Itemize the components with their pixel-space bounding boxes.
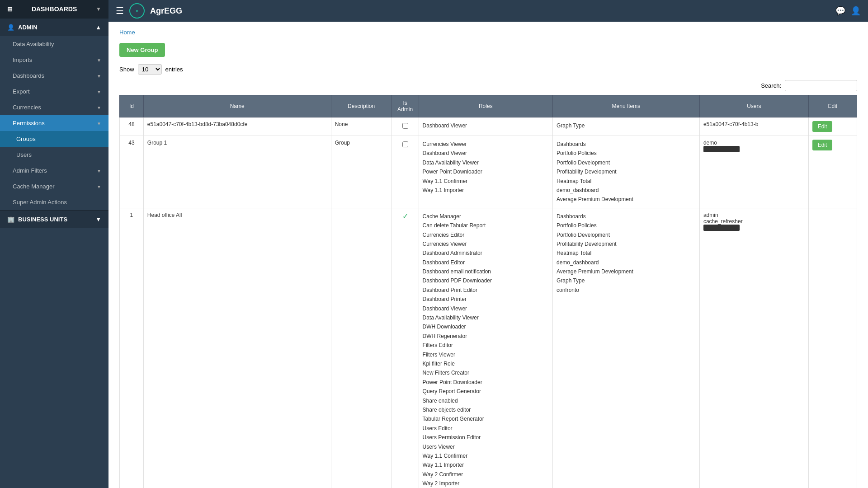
currencies-chevron xyxy=(97,104,101,111)
entries-suffix: entries xyxy=(165,66,183,73)
sidebar-admin-header[interactable]: 👤 ADMIN ▲ xyxy=(0,18,108,36)
dashboards-chevron: ▼ xyxy=(96,6,101,12)
search-label: Search: xyxy=(761,82,781,89)
topbar-icons: 💬 👤 xyxy=(835,6,861,16)
sidebar-item-label: Groups xyxy=(16,136,36,142)
sidebar-item-dashboards[interactable]: Dashboards xyxy=(0,68,108,84)
table-header-row: Id Name Description Is Admin Roles Menu … xyxy=(120,95,857,117)
cell-edit xyxy=(808,208,857,488)
cell-roles: Currencies Viewer Dashboard Viewer Data … xyxy=(419,136,552,208)
export-chevron xyxy=(97,88,101,95)
sidebar-item-label: Admin Filters xyxy=(13,167,47,174)
sidebar-item-users[interactable]: Users xyxy=(0,147,108,163)
cell-users: demo xyxy=(699,136,808,208)
search-bar: Search: xyxy=(119,80,857,91)
cell-id: 43 xyxy=(120,136,144,208)
show-label: Show xyxy=(119,66,134,73)
groups-table: Id Name Description Is Admin Roles Menu … xyxy=(119,95,857,488)
redacted-user xyxy=(703,146,740,152)
cell-name: e51a0047-c70f-4b13-bd8d-73ba048d0cfe xyxy=(143,117,331,136)
col-name: Name xyxy=(143,95,331,117)
sidebar-item-permissions[interactable]: Permissions xyxy=(0,115,108,131)
table-row: 1 Head office All ✓ Cache Manager Can de… xyxy=(120,208,857,488)
cell-is-admin xyxy=(392,117,419,136)
sidebar-item-imports[interactable]: Imports xyxy=(0,52,108,68)
cell-description: None xyxy=(331,117,392,136)
sidebar-item-label: Export xyxy=(13,88,30,95)
sidebar-item-label: Currencies xyxy=(13,104,41,111)
content-area: Home New Group Show 10 25 50 100 entries… xyxy=(108,22,868,488)
cache-manager-chevron xyxy=(97,183,101,190)
cell-edit: Edit xyxy=(808,136,857,208)
dashboards-label: DASHBOARDS xyxy=(32,5,77,13)
cell-roles: Cache Manager Can delete Tabular Report … xyxy=(419,208,552,488)
is-admin-checkbox[interactable] xyxy=(402,123,408,129)
edit-button[interactable]: Edit xyxy=(812,140,833,150)
cell-menu-items: Graph Type xyxy=(552,117,699,136)
entries-select[interactable]: 10 25 50 100 xyxy=(138,64,162,75)
cell-edit: Edit xyxy=(808,117,857,136)
cell-users: admin cache_refresher xyxy=(699,208,808,488)
sidebar-item-currencies[interactable]: Currencies xyxy=(0,99,108,115)
admin-icon: 👤 xyxy=(7,24,14,31)
business-units-chevron: ▼ xyxy=(95,216,101,223)
chat-icon[interactable]: 💬 xyxy=(835,6,845,16)
permissions-chevron xyxy=(97,120,101,127)
cell-menu-items: Dashboards Portfolio Policies Portfolio … xyxy=(552,136,699,208)
admin-label: ADMIN xyxy=(18,24,38,31)
col-description: Description xyxy=(331,95,392,117)
cell-users: e51a0047-c70f-4b13-b xyxy=(699,117,808,136)
breadcrumb[interactable]: Home xyxy=(119,29,857,36)
show-entries-control: Show 10 25 50 100 entries xyxy=(119,64,857,75)
is-admin-checkbox[interactable] xyxy=(402,141,408,147)
sidebar-item-data-availability[interactable]: Data Availability xyxy=(0,36,108,52)
main-area: ☰ ● AgrEGG 💬 👤 Home New Group Show 10 25… xyxy=(108,0,868,488)
app-name: AgrEGG xyxy=(150,6,182,16)
search-input[interactable] xyxy=(785,80,857,91)
sidebar-item-label: Dashboards xyxy=(13,72,44,79)
sidebar-dashboards-header[interactable]: ⊞ DASHBOARDS ▼ xyxy=(0,0,108,18)
sidebar-item-super-admin-actions[interactable]: Super Admin Actions xyxy=(0,194,108,210)
business-units-label: BUSINESS UNITS xyxy=(18,216,67,223)
sidebar-business-units-header[interactable]: 🏢 BUSINESS UNITS ▼ xyxy=(0,210,108,228)
sidebar-item-label: Super Admin Actions xyxy=(13,199,67,206)
cell-name: Head office All xyxy=(143,208,331,488)
cell-id: 48 xyxy=(120,117,144,136)
cell-menu-items: Dashboards Portfolio Policies Portfolio … xyxy=(552,208,699,488)
sidebar-item-label: Imports xyxy=(13,56,32,63)
sidebar-item-cache-manager[interactable]: Cache Manager xyxy=(0,178,108,194)
sidebar-item-admin-filters[interactable]: Admin Filters xyxy=(0,163,108,178)
dashboards-sub-chevron xyxy=(97,72,101,79)
col-edit: Edit xyxy=(808,95,857,117)
col-users: Users xyxy=(699,95,808,117)
redacted-user xyxy=(703,225,740,231)
admin-chevron: ▲ xyxy=(95,24,101,31)
dashboard-icon: ⊞ xyxy=(7,5,13,13)
hamburger-icon[interactable]: ☰ xyxy=(116,5,124,16)
topbar: ☰ ● AgrEGG 💬 👤 xyxy=(108,0,868,22)
cell-roles: Dashboard Viewer xyxy=(419,117,552,136)
sidebar-item-label: Data Availability xyxy=(13,41,54,47)
col-roles: Roles xyxy=(419,95,552,117)
user-icon[interactable]: 👤 xyxy=(851,6,861,16)
cell-is-admin xyxy=(392,136,419,208)
col-is-admin: Is Admin xyxy=(392,95,419,117)
edit-button[interactable]: Edit xyxy=(812,121,833,132)
cell-id: 1 xyxy=(120,208,144,488)
sidebar-item-label: Cache Manager xyxy=(13,183,55,190)
new-group-button[interactable]: New Group xyxy=(119,43,165,57)
imports-chevron xyxy=(97,56,101,63)
sidebar-item-export[interactable]: Export xyxy=(0,84,108,99)
table-row: 43 Group 1 Group Currencies Viewer Dashb… xyxy=(120,136,857,208)
cell-is-admin: ✓ xyxy=(392,208,419,488)
is-admin-checkmark: ✓ xyxy=(396,212,415,221)
cell-description: Group xyxy=(331,136,392,208)
table-row: 48 e51a0047-c70f-4b13-bd8d-73ba048d0cfe … xyxy=(120,117,857,136)
sidebar-item-groups[interactable]: Groups xyxy=(0,131,108,147)
sidebar-item-label: Users xyxy=(16,151,32,158)
cell-description xyxy=(331,208,392,488)
col-id: Id xyxy=(120,95,144,117)
sidebar-item-label: Permissions xyxy=(13,120,45,127)
app-logo: ● xyxy=(129,3,145,19)
admin-filters-chevron xyxy=(97,167,101,174)
